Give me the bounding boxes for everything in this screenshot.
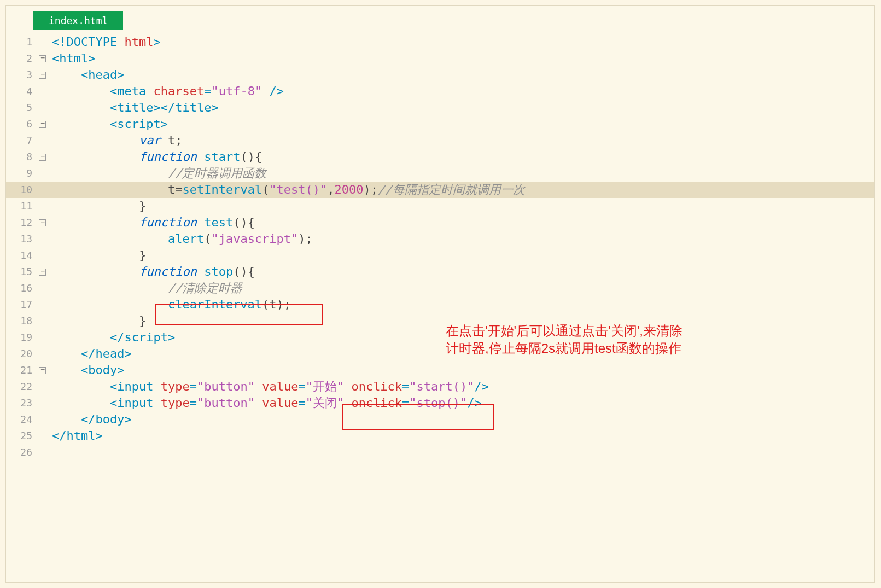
line-number: 19 [6, 329, 38, 346]
code-line: 13 alert("javascript"); [6, 231, 874, 247]
fold-toggle[interactable] [38, 362, 49, 379]
code-line: 2<html> [6, 50, 874, 67]
line-number: 2 [6, 50, 38, 67]
code-line: 4 <meta charset="utf-8" /> [6, 83, 874, 100]
fold-toggle [38, 346, 49, 362]
annotation-arrow [6, 461, 876, 588]
code-line: 5 <title></title> [6, 100, 874, 116]
code-line: 16 //清除定时器 [6, 280, 874, 296]
code-content: <html> [49, 50, 874, 67]
line-number: 6 [6, 116, 38, 132]
code-content: } [49, 198, 874, 214]
code-content: <head> [49, 67, 874, 83]
line-number: 7 [6, 132, 38, 149]
fold-toggle [38, 198, 49, 214]
code-content [49, 444, 874, 461]
code-content: function stop(){ [49, 264, 874, 280]
fold-toggle [38, 296, 49, 313]
fold-toggle[interactable] [38, 67, 49, 83]
fold-toggle [38, 165, 49, 182]
code-line: 8 function start(){ [6, 149, 874, 165]
code-line: 21 <body> [6, 362, 874, 379]
line-number: 24 [6, 411, 38, 428]
fold-toggle [38, 428, 49, 444]
code-line: 15 function stop(){ [6, 264, 874, 280]
fold-toggle [38, 329, 49, 346]
code-content: <script> [49, 116, 874, 132]
line-number: 20 [6, 346, 38, 362]
fold-toggle[interactable] [38, 50, 49, 67]
line-number: 5 [6, 100, 38, 116]
line-number: 21 [6, 362, 38, 379]
line-number: 1 [6, 34, 38, 50]
annotation-text: 在点击'开始'后可以通过点击'关闭',来清除 计时器,停止每隔2s就调用test… [446, 322, 682, 357]
fold-toggle [38, 100, 49, 116]
line-number: 11 [6, 198, 38, 214]
line-number: 15 [6, 264, 38, 280]
line-number: 26 [6, 444, 38, 461]
code-line: 20 </head> [6, 346, 874, 362]
fold-toggle [38, 231, 49, 247]
code-content: <body> [49, 362, 874, 379]
fold-toggle [38, 395, 49, 411]
line-number: 12 [6, 214, 38, 231]
code-line: 12 function test(){ [6, 214, 874, 231]
code-line: 22 <input type="button" value="开始" oncli… [6, 379, 874, 395]
fold-toggle [38, 83, 49, 100]
code-content: function test(){ [49, 214, 874, 231]
fold-toggle [38, 379, 49, 395]
code-line: 9 //定时器调用函数 [6, 165, 874, 182]
fold-toggle [38, 182, 49, 198]
code-content: <meta charset="utf-8" /> [49, 83, 874, 100]
code-line: 10 t=setInterval("test()",2000);//每隔指定时间… [6, 182, 874, 198]
code-content: var t; [49, 132, 874, 149]
code-line: 19 </script> [6, 329, 874, 346]
code-line: 14 } [6, 247, 874, 264]
code-line: 3 <head> [6, 67, 874, 83]
fold-toggle [38, 280, 49, 296]
code-content: t=setInterval("test()",2000);//每隔指定时间就调用… [49, 182, 874, 198]
annotation-box-onclick-stop [342, 404, 494, 430]
line-number: 17 [6, 296, 38, 313]
fold-toggle[interactable] [38, 214, 49, 231]
annotation-box-clearinterval [155, 304, 323, 325]
line-number: 4 [6, 83, 38, 100]
code-line: 6 <script> [6, 116, 874, 132]
code-line: 11 } [6, 198, 874, 214]
fold-toggle[interactable] [38, 116, 49, 132]
fold-toggle [38, 411, 49, 428]
fold-toggle [38, 313, 49, 329]
code-line: 7 var t; [6, 132, 874, 149]
line-number: 9 [6, 165, 38, 182]
code-content: alert("javascript"); [49, 231, 874, 247]
code-content: //清除定时器 [49, 280, 874, 296]
line-number: 23 [6, 395, 38, 411]
line-number: 16 [6, 280, 38, 296]
fold-toggle[interactable] [38, 264, 49, 280]
fold-toggle[interactable] [38, 149, 49, 165]
code-content: <input type="button" value="开始" onclick=… [49, 379, 874, 395]
code-area: 1<!DOCTYPE html>2<html>3 <head>4 <meta c… [6, 34, 874, 461]
fold-toggle [38, 34, 49, 50]
line-number: 14 [6, 247, 38, 264]
file-tab[interactable]: index.html [33, 11, 123, 30]
code-content: //定时器调用函数 [49, 165, 874, 182]
line-number: 13 [6, 231, 38, 247]
line-number: 10 [6, 182, 38, 198]
code-editor: index.html 1<!DOCTYPE html>2<html>3 <hea… [5, 5, 875, 583]
line-number: 25 [6, 428, 38, 444]
line-number: 3 [6, 67, 38, 83]
code-content: <!DOCTYPE html> [49, 34, 874, 50]
line-number: 22 [6, 379, 38, 395]
fold-toggle [38, 444, 49, 461]
code-content: function start(){ [49, 149, 874, 165]
code-line: 17 clearInterval(t); [6, 296, 874, 313]
line-number: 8 [6, 149, 38, 165]
annotation-line2: 计时器,停止每隔2s就调用test函数的操作 [446, 340, 682, 357]
code-content: <title></title> [49, 100, 874, 116]
code-content: } [49, 247, 874, 264]
code-line: 18 } [6, 313, 874, 329]
line-number: 18 [6, 313, 38, 329]
code-line: 26 [6, 444, 874, 461]
fold-toggle [38, 247, 49, 264]
